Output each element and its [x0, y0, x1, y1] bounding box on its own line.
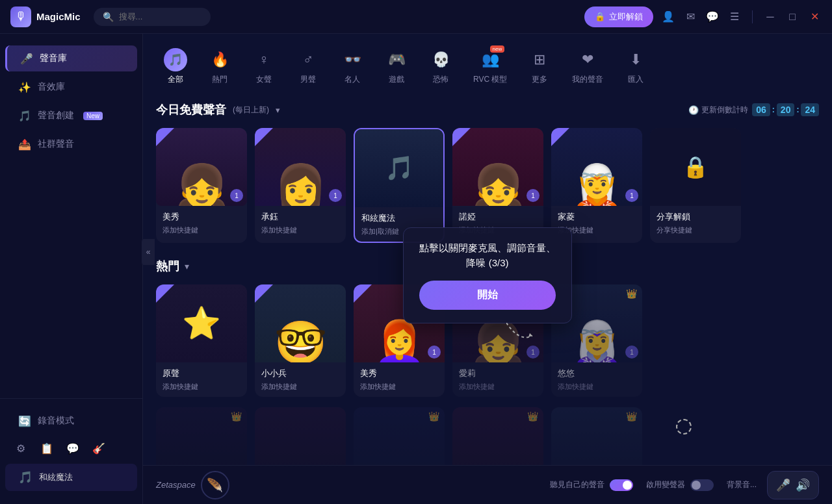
collapse-sidebar-button[interactable]: « [142, 239, 155, 265]
tab-all[interactable]: 🎵 全部 [156, 44, 195, 89]
user-icon[interactable]: 👤 [661, 10, 675, 24]
sidebar-label-record: 錄音模式 [38, 415, 74, 427]
voice-card-minion[interactable]: 🤓 小小兵 添加快捷鍵 [255, 284, 346, 397]
bottom-bar: Zetaspace 🪶 聽見自己的聲音 啟用變聲器 背景音... 🎤 🔊 [143, 465, 832, 504]
crown-badge: 👑 [527, 411, 538, 422]
tab-celebrity[interactable]: 👓 名人 [333, 44, 372, 89]
tab-female[interactable]: ♀ 女聲 [244, 44, 283, 89]
hot-dropdown[interactable]: ▾ [185, 261, 189, 271]
heart-icon: ❤ [576, 48, 599, 71]
tooltip-arrow [506, 323, 532, 342]
hot-section-title: 熱門 [156, 258, 179, 274]
card-name: 諾婭 [459, 211, 537, 223]
bottom-logo: Zetaspace 🪶 [156, 471, 229, 499]
tab-male[interactable]: ♂ 男聲 [289, 44, 328, 89]
countdown-hours: 06 [752, 103, 770, 116]
chevron-down-icon: ▾ [185, 261, 189, 271]
voice-card-meixiu[interactable]: 👧 1 美秀 添加快捷鍵 [156, 128, 247, 243]
sidebar-bottom-icons: ⚙ 📋 💬 🎸 [0, 435, 142, 461]
sidebar-label-create: 聲音創建 [38, 110, 74, 121]
corner-badge [354, 284, 372, 303]
tab-more[interactable]: ⊞ 更多 [520, 44, 559, 89]
logo-circle: 🪶 [201, 471, 229, 499]
sidebar-item-social[interactable]: 📤 社群聲音 [5, 131, 137, 157]
voice-card-jiajia[interactable]: 🧝 1 家菱 添加快捷鍵 [551, 128, 642, 243]
microphone-icon: 🎤 [20, 52, 33, 65]
card-action: 添加快捷鍵 [162, 225, 240, 235]
tab-import[interactable]: ⬇ 匯入 [616, 44, 655, 89]
tab-rvc[interactable]: 👥 new RVC 模型 [465, 44, 515, 89]
sidebar-item-voice-create[interactable]: 🎵 聲音創建 New [5, 103, 137, 129]
crown-badge: 👑 [626, 288, 637, 299]
tooltip-start-button[interactable]: 開始 [419, 281, 556, 310]
tab-my-voice[interactable]: ❤ 我的聲音 [564, 44, 611, 89]
use-changer-toggle[interactable] [690, 479, 714, 491]
lock-overlay: 🔒 [650, 128, 741, 206]
chevron-left-icon: « [146, 247, 151, 257]
card-image: 🧝 1 [551, 128, 642, 206]
minimize-button[interactable]: ─ [763, 10, 777, 24]
voice-card-chengxin[interactable]: 👩 1 承鈺 添加快捷鍵 [255, 128, 346, 243]
tab-game-label: 遊戲 [389, 74, 404, 85]
sidebar-item-effects[interactable]: ✨ 音效庫 [5, 74, 137, 100]
card-action: 添加快捷鍵 [261, 225, 339, 235]
corner-badge [255, 284, 273, 303]
tab-celebrity-label: 名人 [344, 74, 360, 85]
tab-horror[interactable]: 💀 恐怖 [421, 44, 460, 89]
countdown-label: 🕐 更新倒數計時 [688, 105, 748, 116]
rvc-new-badge: new [490, 45, 505, 53]
tab-horror-label: 恐怖 [433, 74, 448, 85]
voice-card-hexian[interactable]: 🎵 和絃魔法 添加|取消鍵 [354, 128, 445, 243]
settings-icon[interactable]: ⚙ [13, 440, 29, 456]
card-name: 分享解鎖 [656, 211, 734, 223]
voice-card-nuojia[interactable]: 👧 1 諾婭 添加快捷鍵 [452, 128, 543, 243]
card-name: 美秀 [162, 211, 240, 223]
corner-badge [156, 128, 174, 146]
effects-icon: ✨ [18, 81, 31, 94]
card-name: 愛莉 [459, 368, 537, 379]
tab-game[interactable]: 🎮 遊戲 [377, 44, 416, 89]
card-image: ⭐ [156, 284, 247, 362]
menu-icon[interactable]: ☰ [727, 10, 742, 24]
unlock-button[interactable]: 🔒 立即解鎖 [584, 6, 653, 27]
now-playing: 🎵 和絃魔法 [5, 464, 137, 491]
maximize-button[interactable]: □ [785, 10, 800, 24]
category-tabs: 🎵 全部 🔥 熱門 ♀ 女聲 ♂ 男聲 👓 名人 🎮 遊戲 [156, 44, 819, 89]
tooltip-popup: 點擊以關閉麥克風、調節音量、降噪 (3/3) 開始 [403, 227, 572, 323]
social-icon: 📤 [18, 138, 31, 151]
download-icon: ⬇ [624, 48, 647, 71]
card-image: 🎵 [355, 129, 443, 207]
tab-hot-label: 熱門 [212, 74, 228, 85]
voice-card-yuan[interactable]: ⭐ 原聲 添加快捷鍵 [156, 284, 247, 397]
tab-hot[interactable]: 🔥 熱門 [200, 44, 239, 89]
sidebar-bottom: 🔄 錄音模式 ⚙ 📋 💬 🎸 🎵 和絃魔法 [0, 398, 142, 494]
mic-volume-button[interactable]: 🎤 🔊 [767, 471, 819, 499]
card-name: 美秀 [360, 368, 438, 379]
mail-icon[interactable]: ✉ [683, 10, 697, 24]
titlebar-right: 🔒 立即解鎖 👤 ✉ 💬 ☰ ─ □ ✕ [584, 6, 822, 27]
tab-female-label: 女聲 [256, 74, 272, 85]
card-name: 小小兵 [261, 368, 339, 379]
sidebar-item-record[interactable]: 🔄 錄音模式 [5, 408, 137, 434]
sidebar-item-voice-library[interactable]: 🎤 聲音庫 [5, 45, 137, 71]
hear-own-label: 聽見自己的聲音 [550, 479, 604, 490]
hear-own-toggle[interactable] [610, 479, 633, 491]
card-image: 👧 1 [452, 128, 543, 206]
tab-more-label: 更多 [532, 74, 547, 85]
corner-badge [551, 128, 569, 146]
tab-all-label: 全部 [168, 74, 183, 85]
guitar-icon[interactable]: 🎸 [91, 440, 107, 456]
tab-rvc-label: RVC 模型 [473, 74, 507, 85]
list-icon[interactable]: 📋 [39, 440, 55, 456]
search-input[interactable] [119, 12, 202, 21]
bottom-controls: 聽見自己的聲音 啟用變聲器 背景音... [550, 479, 757, 491]
chat-icon[interactable]: 💬 [705, 10, 720, 24]
card-name: 承鈺 [261, 211, 339, 223]
voice-card-share[interactable]: 🔒 分享解鎖 分享快捷鍵 [650, 128, 741, 243]
search-box[interactable]: 🔍 [94, 8, 211, 26]
now-playing-text: 和絃魔法 [39, 472, 73, 483]
section-dropdown[interactable]: ▾ [276, 105, 280, 115]
message-icon[interactable]: 💬 [65, 440, 81, 456]
music-icon: 🎵 [18, 470, 32, 485]
close-button[interactable]: ✕ [807, 10, 822, 24]
